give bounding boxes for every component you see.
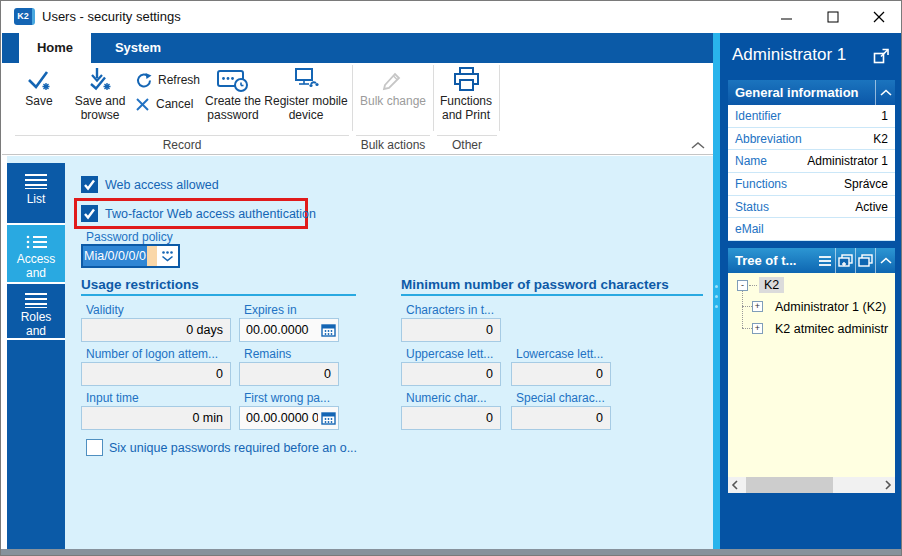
save-and-browse-button[interactable]: Save and browse [67, 65, 133, 133]
ribbon-collapse-button[interactable] [689, 139, 707, 157]
input-time-field[interactable]: 0 min [81, 406, 231, 430]
tree-collapse-expander[interactable]: - [737, 280, 748, 291]
ribbon-separator [433, 65, 434, 131]
info-row[interactable]: FunctionsSprávce [728, 173, 895, 196]
checkmark-icon [83, 178, 96, 191]
tree-item-k2-atmitec[interactable]: K2 atmitec administr [775, 322, 893, 336]
splitter-grip-dot [715, 305, 718, 308]
tab-system[interactable]: System [101, 33, 175, 63]
minimize-button[interactable] [764, 1, 810, 32]
collapse-section-button[interactable] [875, 80, 895, 105]
tab-home[interactable]: Home [19, 33, 91, 63]
scroll-right-button[interactable] [881, 477, 895, 493]
close-icon [873, 11, 885, 23]
expires-in-field[interactable]: 00.00.0000 [239, 318, 339, 342]
first-wrong-field[interactable]: 00.00.0000 0 [239, 406, 339, 430]
calendar-icon [321, 323, 336, 337]
uppercase-field[interactable]: 0 [401, 362, 501, 386]
web-access-checkbox[interactable] [81, 176, 98, 193]
panel-splitter[interactable] [713, 33, 720, 550]
close-button[interactable] [856, 1, 902, 32]
register-mobile-button[interactable]: Register mobile device [264, 65, 348, 133]
info-label: Status [735, 200, 769, 214]
two-factor-checkbox[interactable] [81, 205, 98, 222]
tree-connector [749, 285, 757, 286]
refresh-button[interactable]: Refresh [135, 69, 200, 91]
sidebar: List Access and passwo Roles and rights [7, 163, 65, 550]
expires-in-calendar-button[interactable] [318, 319, 338, 341]
sidebar-item-roles-and-rights[interactable]: Roles and rights [7, 284, 65, 338]
six-unique-checkbox[interactable] [86, 439, 103, 456]
cancel-button[interactable]: Cancel [135, 93, 193, 115]
chars-total-field[interactable]: 0 [401, 318, 501, 342]
info-row[interactable]: StatusActive [728, 196, 895, 219]
two-factor-label: Two-factor Web access authentication [105, 207, 316, 221]
sidebar-item-list[interactable]: List [7, 163, 65, 223]
tree-item-k2[interactable]: K2 [759, 277, 784, 293]
chevron-left-icon [731, 480, 739, 490]
window-bottom-edge [1, 549, 902, 556]
password-policy-dropdown-button[interactable] [157, 246, 178, 266]
tree-horizontal-scrollbar[interactable] [728, 477, 895, 493]
group-record: Record [15, 135, 349, 154]
tree-expand-expander[interactable]: + [752, 323, 763, 334]
tree-expand-expander[interactable]: + [752, 301, 763, 312]
validity-field[interactable]: 0 days [81, 318, 231, 342]
calendar-icon [321, 411, 336, 425]
input-time-label: Input time [86, 391, 139, 405]
special-field[interactable]: 0 [511, 406, 611, 430]
info-value: K2 [873, 132, 888, 146]
lowercase-field[interactable]: 0 [511, 362, 611, 386]
logon-attempts-field[interactable]: 0 [81, 362, 231, 386]
chars-total-label: Characters in t... [406, 303, 494, 317]
lowercase-label: Lowercase lett... [516, 347, 603, 361]
tree-menu-button[interactable] [815, 248, 835, 273]
expand-all-button[interactable] [835, 248, 855, 273]
access-list-icon [24, 235, 48, 249]
functions-print-button[interactable]: Functions and Print [435, 65, 497, 133]
create-password-button[interactable]: Create the password [202, 65, 264, 133]
chevron-up-icon [880, 88, 892, 98]
section-underline [81, 294, 356, 296]
info-row[interactable]: AbbreviationK2 [728, 128, 895, 151]
collapse-all-button[interactable] [855, 248, 875, 273]
list-icon [24, 173, 48, 189]
tree-item-administrator[interactable]: Administrator 1 (K2) [775, 300, 886, 314]
bulk-change-label: Bulk change [360, 95, 426, 109]
info-label: Functions [735, 177, 787, 191]
cancel-icon [135, 97, 150, 112]
expires-in-value: 00.00.0000 [240, 319, 318, 341]
scrollbar-thumb[interactable] [746, 477, 833, 493]
remains-label: Remains [244, 347, 291, 361]
info-value: 1 [881, 109, 888, 123]
bulk-change-button: Bulk change [356, 65, 430, 133]
roles-icon [24, 292, 48, 308]
save-and-browse-label: Save and browse [67, 95, 133, 122]
info-row[interactable]: Identifier1 [728, 105, 895, 128]
collapse-tree-button[interactable] [875, 248, 895, 273]
create-password-icon [217, 65, 249, 95]
special-label: Special charac... [516, 391, 605, 405]
info-value: Správce [844, 177, 888, 191]
sidebar-item-access-and-passwords[interactable]: Access and passwo [7, 225, 65, 282]
group-other: Other [437, 135, 497, 154]
scroll-left-button[interactable] [728, 477, 742, 493]
remains-field[interactable]: 0 [239, 362, 339, 386]
first-wrong-calendar-button[interactable] [318, 407, 338, 429]
functions-print-label: Functions and Print [435, 95, 497, 122]
info-row[interactable]: NameAdministrator 1 [728, 150, 895, 173]
general-information-card: General information Identifier1 Abbrevia… [728, 80, 895, 241]
password-policy-field[interactable]: Mia/0/0/0/0 [81, 244, 180, 268]
save-button[interactable]: Save [15, 65, 63, 133]
save-and-browse-icon [87, 65, 113, 95]
maximize-button[interactable] [810, 1, 856, 32]
numeric-field[interactable]: 0 [401, 406, 501, 430]
info-value: Active [855, 200, 888, 214]
splitter-grip-dot [715, 285, 718, 288]
tree-connector [742, 328, 752, 329]
popup-icon [873, 48, 890, 64]
info-row[interactable]: eMail [728, 218, 895, 241]
open-in-window-button[interactable] [873, 48, 890, 68]
info-label: Abbreviation [735, 132, 802, 146]
numeric-label: Numeric char... [406, 391, 487, 405]
